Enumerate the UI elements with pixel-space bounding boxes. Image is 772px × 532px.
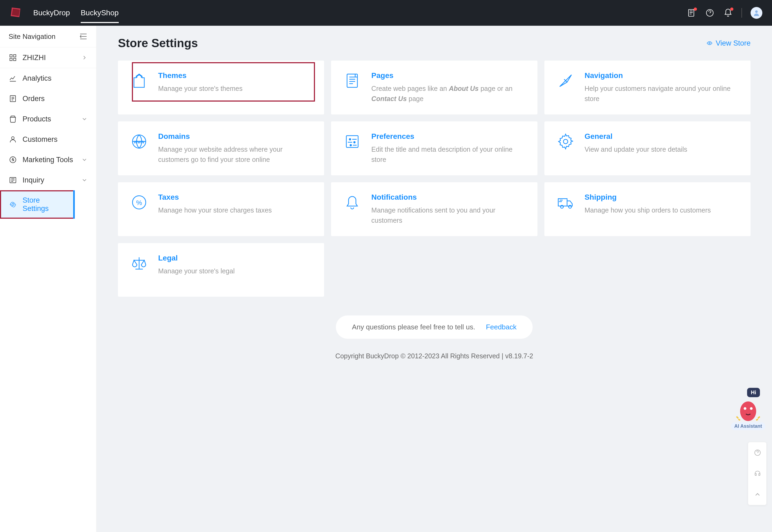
card-shipping[interactable]: ShippingManage how you ship orders to cu… (544, 182, 751, 236)
sidebar: Site Navigation ZHIZHIAnalyticsOrdersPro… (0, 26, 97, 532)
card-content: NavigationHelp your customers navigate a… (585, 71, 739, 104)
svg-rect-6 (14, 58, 16, 61)
card-title: Shipping (585, 193, 739, 202)
card-preferences[interactable]: PreferencesEdit the title and meta descr… (331, 121, 537, 175)
svg-point-21 (563, 139, 568, 144)
card-desc: Edit the title and meta description of y… (371, 144, 525, 165)
bell-icon[interactable] (723, 8, 733, 18)
inquiry-icon (9, 176, 17, 184)
card-general[interactable]: GeneralView and update your store detail… (544, 121, 751, 175)
taxes-icon: % (130, 193, 149, 212)
card-desc: View and update your store details (585, 144, 739, 155)
card-navigation[interactable]: NavigationHelp your customers navigate a… (544, 61, 751, 114)
card-content: DomainsManage your website address where… (158, 132, 312, 165)
card-title: Preferences (371, 132, 525, 141)
marketing-icon: $ (9, 155, 17, 164)
sidebar-label: Orders (23, 95, 45, 103)
sidebar-header: Site Navigation (0, 26, 96, 47)
legal-icon (130, 254, 149, 273)
svg-point-2 (755, 10, 758, 13)
sidebar-item-orders[interactable]: Orders (0, 88, 96, 109)
feedback-link[interactable]: Feedback (486, 323, 517, 331)
card-desc: Manage how you ship orders to customers (585, 205, 739, 215)
card-title: Notifications (371, 193, 525, 202)
svg-point-13 (709, 43, 710, 44)
card-content: NotificationsManage notifications sent t… (371, 193, 525, 225)
card-title: Taxes (158, 193, 312, 202)
sidebar-item-inquiry[interactable]: Inquiry (0, 170, 96, 190)
footer: Any questions please feel free to tell u… (118, 315, 751, 360)
products-icon (9, 115, 17, 123)
card-notifications[interactable]: NotificationsManage notifications sent t… (331, 182, 537, 236)
sidebar-item-products[interactable]: Products (0, 109, 96, 129)
card-themes[interactable]: ThemesManage your store's themes (118, 61, 324, 114)
settings-icon (9, 200, 17, 209)
brand-logo[interactable] (10, 6, 23, 19)
sidebar-label: ZHIZHI (23, 54, 46, 62)
sidebar-label: Customers (23, 135, 58, 144)
svg-point-28 (744, 407, 746, 410)
card-desc: Manage your store's legal (158, 266, 312, 276)
svg-text:%: % (136, 199, 142, 206)
notes-badge (694, 8, 697, 11)
card-content: ShippingManage how you ship orders to cu… (585, 193, 739, 225)
nav-icon (556, 71, 575, 90)
svg-point-12 (12, 203, 14, 206)
sidebar-label: Store Settings (23, 196, 66, 213)
pages-icon (343, 71, 362, 90)
svg-rect-3 (10, 55, 12, 57)
card-legal[interactable]: LegalManage your store's legal (118, 243, 324, 297)
float-support-icon[interactable] (748, 463, 767, 484)
svg-text:$: $ (12, 158, 14, 162)
sidebar-item-zhizhi[interactable]: ZHIZHI (0, 47, 96, 68)
svg-point-29 (750, 407, 753, 410)
card-content: TaxesManage how your store charges taxes (158, 193, 312, 225)
ai-assistant[interactable]: Hi AI Assistant (731, 388, 766, 430)
sidebar-item-store-settings[interactable]: Store Settings (0, 190, 75, 219)
float-top-icon[interactable] (748, 484, 767, 505)
svg-text:WWW: WWW (134, 140, 144, 144)
sidebar-label: Inquiry (23, 176, 44, 184)
card-title: Pages (371, 71, 525, 80)
sidebar-item-analytics[interactable]: Analytics (0, 68, 96, 88)
card-domains[interactable]: WWWDomainsManage your website address wh… (118, 121, 324, 175)
analytics-icon (9, 74, 17, 83)
sidebar-item-customers[interactable]: Customers (0, 129, 96, 150)
prefs-icon (343, 132, 362, 151)
chevron-right-icon (81, 54, 88, 61)
customers-icon (9, 135, 17, 144)
help-icon[interactable] (705, 8, 715, 18)
svg-rect-17 (346, 136, 358, 147)
sidebar-item-marketing-tools[interactable]: $Marketing Tools (0, 150, 96, 170)
view-store-label: View Store (716, 39, 751, 47)
header-tabs: BuckyDrop BuckyShop (33, 1, 119, 25)
card-desc: Create web pages like an About Us page o… (371, 84, 525, 104)
orders-icon (9, 94, 17, 103)
collapse-icon[interactable] (79, 32, 88, 41)
sidebar-label: Products (23, 115, 51, 123)
header-left: BuckyDrop BuckyShop (10, 1, 119, 25)
help-text: Any questions please feel free to tell u… (352, 323, 475, 331)
card-title: General (585, 132, 739, 141)
general-icon (556, 132, 575, 151)
domains-icon: WWW (130, 132, 149, 151)
card-title: Legal (158, 254, 312, 262)
card-taxes[interactable]: %TaxesManage how your store charges taxe… (118, 182, 324, 236)
sidebar-title: Site Navigation (9, 32, 55, 41)
chevron-down-icon (81, 116, 88, 122)
card-pages[interactable]: PagesCreate web pages like an About Us p… (331, 61, 537, 114)
user-avatar[interactable] (751, 7, 762, 19)
float-help-icon[interactable] (748, 442, 767, 463)
main-content: Store Settings View Store ThemesManage y… (97, 26, 772, 532)
ai-bubble: Hi (747, 388, 760, 397)
tab-buckydrop[interactable]: BuckyDrop (33, 1, 70, 25)
svg-rect-5 (10, 58, 12, 61)
float-actions (748, 442, 767, 505)
view-store-link[interactable]: View Store (706, 39, 751, 47)
notes-icon[interactable] (687, 8, 696, 18)
ai-label: AI Assistant (731, 422, 765, 430)
top-header: BuckyDrop BuckyShop (0, 0, 772, 26)
tab-buckyshop[interactable]: BuckyShop (81, 1, 119, 25)
card-desc: Manage notifications sent to you and you… (371, 205, 525, 225)
svg-point-27 (740, 401, 756, 421)
